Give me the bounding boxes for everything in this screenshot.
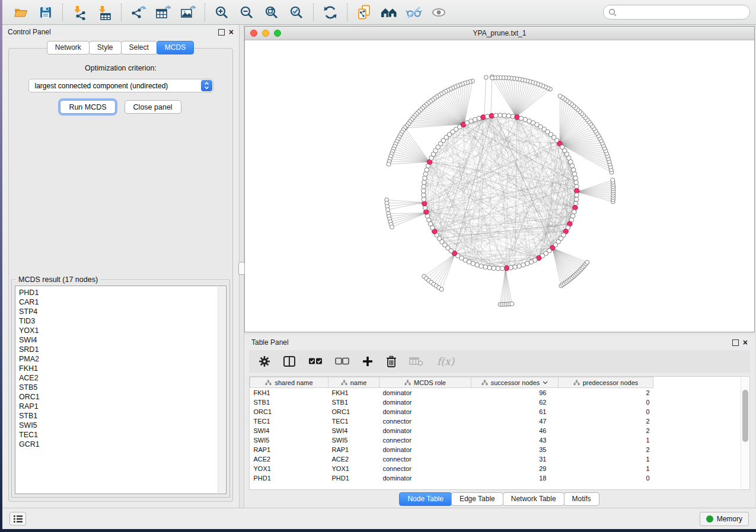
network-node[interactable] xyxy=(439,287,444,291)
network-node[interactable] xyxy=(422,197,426,202)
refresh-button[interactable] xyxy=(318,2,343,23)
memory-button[interactable]: Memory xyxy=(700,512,749,526)
mcds-result-item[interactable]: SWI4 xyxy=(19,335,226,345)
network-titlebar[interactable]: YPA_prune.txt_1 xyxy=(245,27,754,40)
table-row[interactable]: PHD1PHD1dominator180 xyxy=(250,473,741,483)
export-table-button[interactable] xyxy=(151,2,176,23)
network-node[interactable] xyxy=(423,176,428,181)
network-node[interactable] xyxy=(421,188,426,193)
zoom-in-button[interactable] xyxy=(209,2,234,23)
mcds-list-scrollbar[interactable] xyxy=(218,287,225,493)
close-panel-button[interactable]: Close panel xyxy=(125,100,181,114)
splitter-handle[interactable] xyxy=(238,262,245,275)
mcds-result-item[interactable]: SRD1 xyxy=(19,345,226,354)
network-node[interactable] xyxy=(611,178,615,182)
tab-motifs[interactable]: Motifs xyxy=(564,492,599,506)
network-node[interactable] xyxy=(506,114,511,118)
network-node[interactable] xyxy=(517,264,522,268)
create-column-button[interactable] xyxy=(362,355,374,367)
network-node[interactable] xyxy=(422,184,426,189)
float-table-panel-icon[interactable] xyxy=(732,339,739,346)
window-minimize-icon[interactable] xyxy=(262,30,269,37)
network-node[interactable] xyxy=(519,116,524,121)
tab-select[interactable]: Select xyxy=(121,41,157,55)
clone-network-button[interactable] xyxy=(352,2,377,23)
table-row[interactable]: ORC1ORC1dominator610 xyxy=(250,407,741,416)
save-session-button[interactable] xyxy=(33,2,58,23)
network-node[interactable] xyxy=(487,265,492,270)
mcds-node[interactable] xyxy=(504,266,509,271)
network-node[interactable] xyxy=(570,164,575,168)
window-close-icon[interactable] xyxy=(250,30,257,37)
table-row[interactable]: YOX1YOX1connector291 xyxy=(250,464,741,473)
network-node[interactable] xyxy=(585,260,589,264)
network-node[interactable] xyxy=(498,113,503,118)
mcds-result-item[interactable]: PHD1 xyxy=(19,288,226,297)
first-neighbors-button[interactable] xyxy=(377,2,401,23)
mcds-result-item[interactable]: TEC1 xyxy=(19,430,226,440)
table-row[interactable]: FKH1FKH1dominator962 xyxy=(250,388,741,398)
open-session-button[interactable] xyxy=(8,2,33,23)
network-node[interactable] xyxy=(390,225,394,229)
mcds-node[interactable] xyxy=(489,113,494,118)
mcds-result-item[interactable]: ACE2 xyxy=(19,373,226,383)
network-node[interactable] xyxy=(574,197,579,202)
mcds-result-item[interactable]: CAR1 xyxy=(19,297,226,307)
mcds-result-item[interactable]: STB5 xyxy=(19,383,226,392)
network-node[interactable] xyxy=(558,94,562,98)
table-row[interactable]: STB1STB1dominator620 xyxy=(250,398,741,407)
mcds-node[interactable] xyxy=(422,201,427,206)
optimization-select[interactable]: largest connected component (undirected) xyxy=(28,79,213,92)
network-node[interactable] xyxy=(473,117,477,122)
table-scrollbar[interactable] xyxy=(741,377,749,489)
network-node[interactable] xyxy=(513,265,518,270)
network-node[interactable] xyxy=(490,76,495,80)
column-header-name[interactable]: name xyxy=(328,377,379,388)
select-all-button[interactable] xyxy=(308,357,323,366)
task-history-button[interactable] xyxy=(9,512,26,525)
tab-style[interactable]: Style xyxy=(89,41,122,55)
network-node[interactable] xyxy=(387,162,391,166)
mcds-result-item[interactable]: STP4 xyxy=(19,307,226,316)
float-panel-icon[interactable] xyxy=(218,29,225,36)
tab-network[interactable]: Network xyxy=(47,41,90,55)
network-node[interactable] xyxy=(479,264,484,268)
network-node[interactable] xyxy=(521,262,526,267)
search-input[interactable] xyxy=(620,8,745,17)
network-node[interactable] xyxy=(423,172,428,177)
mcds-result-item[interactable]: FKH1 xyxy=(19,364,226,373)
network-node[interactable] xyxy=(572,172,577,177)
table-settings-button[interactable] xyxy=(259,355,270,367)
zoom-selected-button[interactable] xyxy=(284,2,309,23)
delete-table-button[interactable] xyxy=(409,356,423,367)
mcds-result-item[interactable]: TID3 xyxy=(19,316,226,326)
run-mcds-button[interactable]: Run MCDS xyxy=(60,100,115,114)
tab-network-table[interactable]: Network Table xyxy=(503,492,564,506)
function-builder-button[interactable]: f(x) xyxy=(436,354,458,368)
table-row[interactable]: SWI5SWI5connector431 xyxy=(250,435,741,445)
network-node[interactable] xyxy=(572,210,576,214)
hide-selected-button[interactable] xyxy=(401,2,426,23)
network-node[interactable] xyxy=(494,113,499,118)
network-node[interactable] xyxy=(422,180,426,185)
tab-node-table[interactable]: Node Table xyxy=(399,492,452,506)
mcds-result-item[interactable]: YOX1 xyxy=(19,326,226,335)
delete-column-button[interactable] xyxy=(386,355,397,367)
network-node[interactable] xyxy=(484,75,488,79)
export-network-button[interactable] xyxy=(126,2,151,23)
table-row[interactable]: TEC1TEC1connector472 xyxy=(250,416,741,426)
table-row[interactable]: SWI4SWI4dominator462 xyxy=(250,426,741,435)
network-node[interactable] xyxy=(500,266,505,271)
mcds-result-item[interactable]: STB1 xyxy=(19,411,226,421)
column-header-successor-nodes[interactable]: successor nodes xyxy=(471,377,559,388)
close-panel-icon[interactable]: × xyxy=(229,30,234,35)
network-node[interactable] xyxy=(496,266,500,271)
window-maximize-icon[interactable] xyxy=(274,30,281,37)
network-node[interactable] xyxy=(425,168,429,172)
zoom-fit-button[interactable] xyxy=(259,2,284,23)
network-node[interactable] xyxy=(510,302,514,306)
network-node[interactable] xyxy=(571,168,576,172)
table-scrollbar-thumb[interactable] xyxy=(742,390,748,442)
show-columns-button[interactable] xyxy=(283,355,296,367)
mcds-node[interactable] xyxy=(575,188,579,193)
